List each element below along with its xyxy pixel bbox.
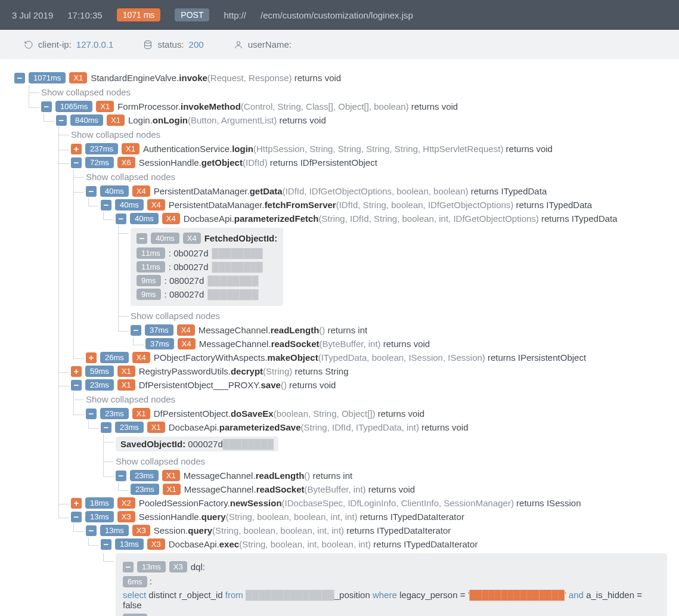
tree-node: − 13ms X3 DocbaseApi.exec(String, boolea…: [89, 537, 667, 616]
tree-node: + 26ms X4 PObjectFactoryWithAspects.make…: [74, 351, 667, 364]
expand-toggle[interactable]: +: [71, 498, 82, 509]
fetched-object-box: − 40ms X4 FetchedObjectId:: [131, 228, 283, 306]
duration-badge: 11ms: [137, 261, 165, 273]
obscured-text: ████████: [212, 248, 263, 258]
show-collapsed-link[interactable]: Show collapsed nodes: [74, 392, 667, 407]
count-badge: X4: [147, 199, 165, 211]
duration-badge: 72ms: [85, 157, 114, 168]
collapse-toggle[interactable]: −: [116, 470, 126, 481]
http-method-badge: POST: [175, 8, 209, 21]
tree-node: − 40ms X4 PersistentDataManager.fetchFro…: [89, 198, 667, 351]
request-subheader: client-ip: 127.0.0.1 status: 200 userNam…: [0, 30, 679, 59]
tree-node: 23ms X1 MessageChannel.readSocket(ByteBu…: [119, 482, 667, 496]
tree-node: − 37ms X4 MessageChannel.readLength() re…: [119, 323, 667, 351]
collapse-toggle[interactable]: −: [41, 101, 52, 112]
collapse-toggle[interactable]: −: [101, 539, 111, 550]
duration-badge: 5ms: [123, 614, 147, 616]
tree-node: − 72ms X6 SessionHandle.getObject(IDfId)…: [59, 156, 667, 364]
count-badge: X4: [132, 352, 150, 363]
duration-badge: 23ms: [85, 379, 114, 391]
collapse-toggle[interactable]: −: [71, 380, 82, 391]
expand-toggle[interactable]: +: [71, 366, 82, 377]
call-signature: PObjectFactoryWithAspects.makeObject(ITy…: [154, 352, 586, 363]
duration-badge: 237ms: [85, 143, 118, 154]
username-item: userName:: [234, 39, 292, 49]
collapse-toggle[interactable]: −: [131, 325, 141, 336]
status-label: status:: [157, 39, 184, 49]
duration-badge: 1071ms: [29, 72, 66, 83]
call-signature: DocbaseApi.parameterizedSave(String, IDf…: [169, 422, 469, 432]
collapse-toggle[interactable]: −: [116, 213, 126, 224]
collapse-toggle[interactable]: −: [86, 525, 97, 536]
object-id: : 080027d: [165, 289, 204, 299]
tree-node: − 13ms X3 SessionHandle.query(String, bo…: [59, 510, 667, 616]
duration-badge: 1065ms: [55, 101, 92, 112]
status-item: status: 200: [143, 39, 203, 49]
count-badge: X3: [117, 511, 135, 522]
tree-node: Show collapsed nodes: [104, 454, 667, 469]
collapse-toggle[interactable]: −: [71, 157, 82, 168]
count-badge: X4: [162, 213, 180, 224]
duration-badge: 6ms: [123, 576, 147, 587]
refresh-icon: [24, 40, 33, 49]
duration-badge: 37ms: [145, 338, 174, 349]
tree-node: + 237ms X1 AuthenticationService.login(H…: [59, 142, 667, 156]
collapse-toggle[interactable]: −: [56, 115, 67, 126]
dql-box: − 13ms X3 dql: 6ms :: [116, 553, 667, 616]
duration-badge: 840ms: [70, 114, 103, 126]
status-value: 200: [189, 39, 204, 49]
call-signature: PooledSessionFactory.newSession(IDocbase…: [139, 498, 581, 508]
call-signature: Session.query(String, boolean, boolean, …: [154, 525, 451, 535]
show-collapsed-link[interactable]: Show collapsed nodes: [74, 169, 667, 184]
tree-node: − 40ms X4 DocbaseApi.parameterizedFetch(…: [104, 212, 667, 351]
tree-node: Show collapsed nodes: [119, 308, 667, 323]
collapse-toggle[interactable]: −: [137, 233, 147, 244]
count-badge: X4: [178, 338, 196, 349]
svg-point-0: [145, 41, 151, 43]
object-id: : 080027d: [165, 276, 204, 286]
duration-badge: 40ms: [115, 199, 144, 211]
obscured-text: ████████: [207, 289, 258, 299]
saved-object-box: SavedObjectId: 000027d████████: [116, 437, 278, 451]
collapse-toggle[interactable]: −: [86, 186, 97, 197]
info-title: dql:: [191, 562, 205, 572]
collapse-toggle[interactable]: −: [101, 422, 111, 433]
obscured-text: ████████: [223, 439, 274, 449]
show-collapsed-link[interactable]: Show collapsed nodes: [119, 308, 667, 323]
call-signature: MessageChannel.readLength() returns int: [199, 325, 367, 335]
expand-toggle[interactable]: +: [71, 144, 82, 154]
collapse-toggle[interactable]: −: [71, 512, 82, 522]
call-signature: FormProcessor.invokeMethod(Control, Stri…: [117, 101, 458, 112]
duration-badge: 40ms: [100, 185, 129, 197]
time: 17:10:35: [67, 10, 102, 20]
info-title: FetchedObjectId:: [204, 233, 278, 243]
count-badge: X1: [117, 366, 135, 377]
object-id: : 0b0027d: [169, 248, 209, 258]
call-signature: SessionHandle.query(String, boolean, boo…: [139, 512, 464, 522]
username-label: userName:: [248, 39, 292, 49]
call-signature: DfPersistentObject___PROXY.save() return…: [139, 380, 336, 390]
count-badge: X1: [132, 408, 150, 419]
count-badge: X1: [162, 470, 180, 481]
date: 3 Jul 2019: [12, 10, 53, 20]
duration-badge: 9ms: [137, 289, 161, 300]
duration-badge: 40ms: [130, 213, 159, 224]
collapse-toggle[interactable]: −: [123, 562, 134, 572]
count-badge: X3: [169, 561, 187, 572]
show-collapsed-link[interactable]: Show collapsed nodes: [29, 85, 667, 100]
count-badge: X3: [132, 525, 150, 536]
show-collapsed-link[interactable]: Show collapsed nodes: [104, 454, 667, 469]
collapse-toggle[interactable]: −: [14, 73, 25, 83]
collapse-toggle[interactable]: −: [86, 408, 97, 419]
tree-node: − 13ms X3 dql: 6ms :: [104, 553, 667, 616]
show-collapsed-link[interactable]: Show collapsed nodes: [59, 127, 667, 142]
count-badge: X1: [107, 114, 125, 126]
duration-badge: 9ms: [137, 275, 161, 286]
duration-badge: 59ms: [85, 366, 114, 377]
call-signature: MessageChannel.readSocket(ByteBuffer, in…: [184, 484, 415, 494]
collapse-toggle[interactable]: −: [101, 200, 111, 211]
call-signature: SessionHandle.getObject(IDfId) returns I…: [139, 157, 377, 168]
url-path: /ecm/custom/customization/loginex.jsp: [261, 10, 413, 20]
expand-toggle[interactable]: +: [86, 352, 97, 363]
client-ip-item: client-ip: 127.0.0.1: [24, 39, 113, 49]
